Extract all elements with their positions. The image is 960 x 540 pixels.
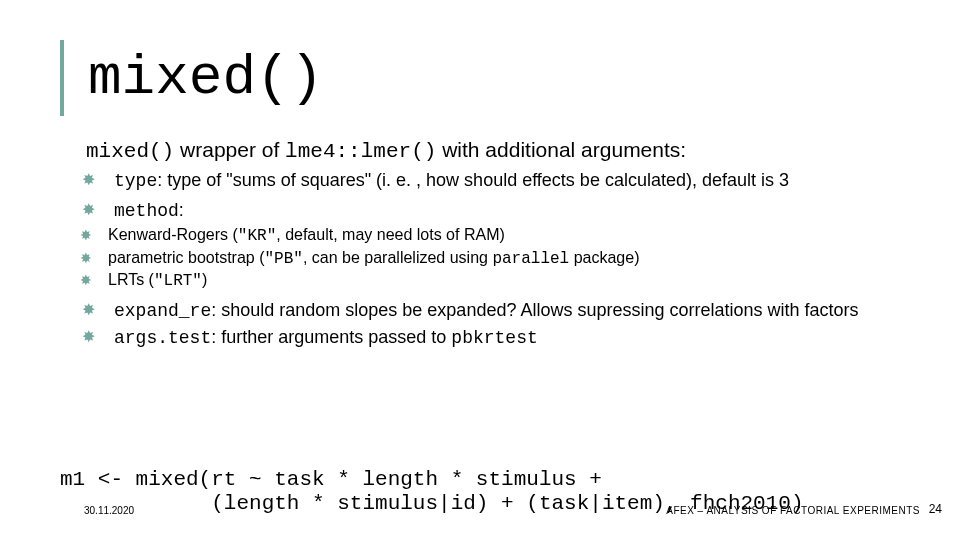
intro-line: mixed() wrapper of lme4::lmer() with add… — [86, 138, 900, 163]
text: package) — [569, 249, 639, 266]
text: : — [179, 200, 184, 220]
slide-title: mixed() — [88, 46, 900, 110]
bullet-icon: ✸ — [96, 272, 108, 290]
arg-name: expand_re — [114, 301, 211, 321]
arg-name: args.test — [114, 328, 211, 348]
text: ) — [202, 271, 207, 288]
list-item: ✸type: type of "sums of squares" (i. e. … — [100, 169, 900, 193]
bullet-list: ✸type: type of "sums of squares" (i. e. … — [86, 169, 900, 223]
code-text: "PB" — [265, 250, 303, 268]
bullet-icon: ✸ — [100, 327, 114, 347]
text: , can be parallelized using — [303, 249, 492, 266]
bullet-list: ✸expand_re: should random slopes be expa… — [86, 299, 900, 349]
bullet-icon: ✸ — [100, 170, 114, 190]
text: : further arguments passed to — [211, 327, 451, 347]
text: : type of "sums of squares" (i. e. , how… — [157, 170, 789, 190]
list-item: ✸expand_re: should random slopes be expa… — [100, 299, 900, 323]
title-accent-bar: mixed() — [60, 40, 900, 116]
sub-bullet-list: ✸Kenward-Rogers ("KR", default, may need… — [96, 225, 900, 291]
arg-name: method — [114, 201, 179, 221]
code-text: parallel — [492, 250, 569, 268]
list-item: ✸parametric bootstrap ("PB", can be para… — [96, 248, 900, 269]
bullet-icon: ✸ — [96, 227, 108, 245]
arg-name: type — [114, 171, 157, 191]
bullet-icon: ✸ — [100, 200, 114, 220]
list-item: ✸method: — [100, 199, 900, 223]
list-item: ✸args.test: further arguments passed to … — [100, 326, 900, 350]
text: parametric bootstrap ( — [108, 249, 265, 266]
page-number: 24 — [929, 502, 942, 516]
code-text: "KR" — [238, 227, 276, 245]
bullet-icon: ✸ — [100, 300, 114, 320]
code-text: pbkrtest — [451, 328, 537, 348]
text: Kenward-Rogers ( — [108, 226, 238, 243]
code-line: m1 <- mixed(rt ~ task * length * stimulu… — [60, 468, 602, 491]
list-item: ✸LRTs ("LRT") — [96, 270, 900, 291]
bullet-icon: ✸ — [96, 250, 108, 268]
footer-title: AFEX – ANALYSIS OF FACTORIAL EXPERIMENTS — [666, 505, 920, 516]
code-text: "LRT" — [154, 272, 202, 290]
footer-date: 30.11.2020 — [84, 505, 134, 516]
text: wrapper of — [174, 138, 285, 161]
text: with additional arguments: — [436, 138, 686, 161]
list-item: ✸Kenward-Rogers ("KR", default, may need… — [96, 225, 900, 246]
slide: mixed() mixed() wrapper of lme4::lmer() … — [0, 0, 960, 540]
text: LRTs ( — [108, 271, 154, 288]
code-text: mixed() — [86, 140, 174, 163]
text: : should random slopes be expanded? Allo… — [211, 300, 858, 320]
text: , default, may need lots of RAM) — [276, 226, 505, 243]
code-text: lme4::lmer() — [285, 140, 436, 163]
